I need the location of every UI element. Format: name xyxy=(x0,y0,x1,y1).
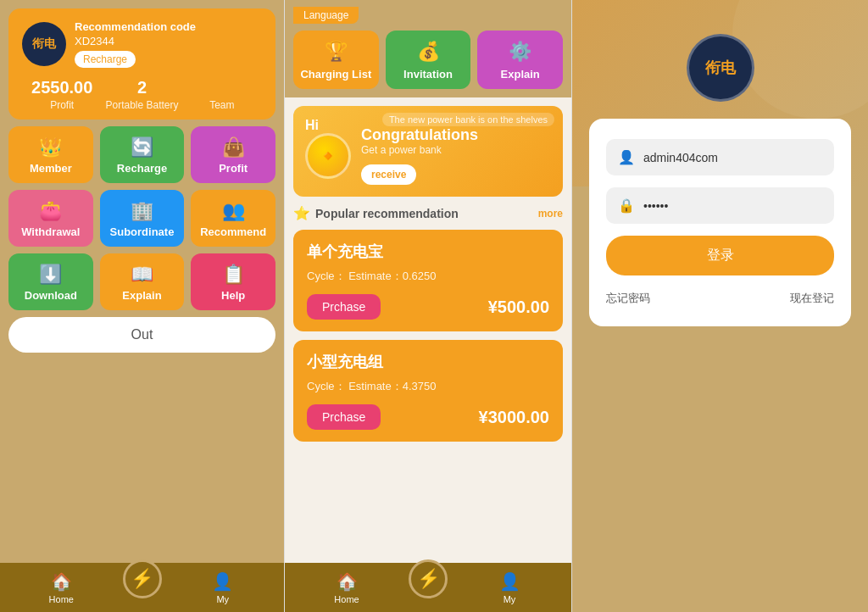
profit-button[interactable]: 👜 Profit xyxy=(191,126,275,183)
nav-home-1[interactable]: 🏠 Home xyxy=(0,563,123,612)
nav-home-2[interactable]: 🏠 Home xyxy=(285,563,409,612)
profile-card: 衔电 Recommendation code XD2344 Recharge 2… xyxy=(8,8,275,120)
stat-battery: 2 Portable Battery xyxy=(102,78,181,111)
crown-icon: 👑 xyxy=(39,138,62,157)
wallet-icon: 👛 xyxy=(39,202,62,220)
grid-icon: ⚙️ xyxy=(509,41,531,63)
panel-login: 衔电 👤 🔒 登录 忘记密码 现在登记 xyxy=(572,0,868,612)
home-icon: 🏠 xyxy=(51,571,72,592)
team-value xyxy=(182,78,262,97)
stat-team: Team xyxy=(182,78,262,111)
panel-home: 衔电 Recommendation code XD2344 Recharge 2… xyxy=(0,0,284,612)
purchase-button-1[interactable]: Prchase xyxy=(307,294,381,320)
recommend-button[interactable]: 👥 Recommend xyxy=(191,190,275,247)
team-label: Team xyxy=(182,99,262,111)
lock-icon: 🔒 xyxy=(618,198,635,214)
help-icon: 📋 xyxy=(222,265,245,284)
battery-label: Portable Battery xyxy=(102,99,181,111)
product-cycle-2: Cycle： Estimate：4.3750 xyxy=(307,379,549,394)
username-input[interactable] xyxy=(643,151,822,164)
promo-card: Hi The new power bank is on the shelves … xyxy=(293,106,563,197)
p2-content: Hi The new power bank is on the shelves … xyxy=(285,97,571,563)
user-icon: 👤 xyxy=(618,149,635,165)
battery-value: 2 xyxy=(102,78,181,97)
lightning-fab-1[interactable]: ⚡ xyxy=(123,559,162,598)
bag-icon: 👜 xyxy=(222,138,245,157)
invitation-button[interactable]: 💰 Invitation xyxy=(386,31,471,89)
member-button[interactable]: 👑 Member xyxy=(8,126,93,183)
product-footer-2: Prchase ¥3000.00 xyxy=(307,404,549,430)
help-button[interactable]: 📋 Help xyxy=(191,253,275,310)
lightning-icon-1: ⚡ xyxy=(131,568,153,590)
book-icon: 📖 xyxy=(131,265,153,284)
password-field-container: 🔒 xyxy=(606,187,834,224)
stat-profit: 2550.00 Profit xyxy=(22,78,102,111)
product-footer-1: Prchase ¥500.00 xyxy=(307,294,549,320)
person-icon-2: 👤 xyxy=(499,571,520,592)
popular-rec: ⭐ Popular recommendation more xyxy=(293,205,563,221)
product-cycle-1: Cycle： Estimate：0.6250 xyxy=(307,269,549,284)
product-title-1: 单个充电宝 xyxy=(307,242,549,262)
org-icon: 🏢 xyxy=(131,202,153,220)
promo-subtitle: Get a power bank xyxy=(361,144,551,156)
charging-list-button[interactable]: 🏆 Charging List xyxy=(293,31,379,89)
promo-hint: The new power bank is on the shelves xyxy=(382,113,554,126)
star-icon: ⭐ xyxy=(293,205,310,221)
purchase-button-2[interactable]: Prchase xyxy=(307,404,381,430)
forgot-password-link[interactable]: 忘记密码 xyxy=(606,291,650,306)
p3-content: 衔电 👤 🔒 登录 忘记密码 现在登记 xyxy=(572,0,868,343)
bottom-nav-1: 🏠 Home 👤 My ⚡ xyxy=(0,563,284,612)
recharge-button[interactable]: 🔄 Recharge xyxy=(100,126,185,183)
lightning-fab-2[interactable]: ⚡ xyxy=(409,559,448,598)
out-button[interactable]: Out xyxy=(8,317,275,353)
home-icon-2: 🏠 xyxy=(337,571,358,592)
register-link[interactable]: 现在登记 xyxy=(790,291,834,306)
p3-avatar: 衔电 xyxy=(687,34,754,102)
rec-label: Recommendation code xyxy=(75,20,262,33)
profit-value: 2550.00 xyxy=(22,78,102,97)
product-card-2: 小型充电组 Cycle： Estimate：4.3750 Prchase ¥30… xyxy=(293,340,563,442)
trophy-icon: 🏆 xyxy=(325,41,348,63)
panel-main: Language 🏆 Charging List 💰 Invitation ⚙️… xyxy=(284,0,572,612)
promo-title: Congratulations xyxy=(361,126,551,144)
username-field-container: 👤 xyxy=(606,139,834,175)
product-card-1: 单个充电宝 Cycle： Estimate：0.6250 Prchase ¥50… xyxy=(293,230,563,331)
login-button[interactable]: 登录 xyxy=(606,236,834,275)
hi-label: Hi xyxy=(305,118,319,133)
profit-label: Profit xyxy=(22,99,102,111)
explain-p2-button[interactable]: ⚙️ Explain xyxy=(477,31,563,89)
password-input[interactable] xyxy=(643,199,822,213)
profile-info: Recommendation code XD2344 Recharge xyxy=(75,20,262,68)
download-button[interactable]: ⬇️ Download xyxy=(8,253,93,310)
more-link[interactable]: more xyxy=(538,208,563,220)
download-icon: ⬇️ xyxy=(39,265,62,284)
money-icon: 💰 xyxy=(417,41,440,63)
avatar: 衔电 xyxy=(22,22,66,66)
nav-my-1[interactable]: 👤 My xyxy=(162,563,285,612)
language-tag[interactable]: Language xyxy=(293,7,359,24)
login-links: 忘记密码 现在登记 xyxy=(606,291,834,306)
p2-top: Language 🏆 Charging List 💰 Invitation ⚙️… xyxy=(285,0,571,97)
product-title-2: 小型充电组 xyxy=(307,352,549,372)
promo-text: Congratulations Get a power bank receive xyxy=(361,126,551,185)
quick-actions: 🏆 Charging List 💰 Invitation ⚙️ Explain xyxy=(293,31,563,89)
refresh-icon: 🔄 xyxy=(131,138,153,157)
explain-button[interactable]: 📖 Explain xyxy=(100,253,185,310)
login-form: 👤 🔒 登录 忘记密码 现在登记 xyxy=(589,119,851,326)
bottom-nav-2: 🏠 Home 👤 My ⚡ xyxy=(285,563,571,612)
receive-button[interactable]: receive xyxy=(361,164,416,185)
action-grid: 👑 Member 🔄 Recharge 👜 Profit 👛 Withdrawa… xyxy=(8,126,275,310)
product-price-1: ¥500.00 xyxy=(488,298,549,317)
coin-icon: 🔸 xyxy=(305,133,351,179)
product-price-2: ¥3000.00 xyxy=(479,408,549,427)
withdrawal-button[interactable]: 👛 Withdrawal xyxy=(8,190,93,247)
lightning-icon-2: ⚡ xyxy=(417,568,440,590)
people-icon: 👥 xyxy=(222,202,245,220)
recharge-top-button[interactable]: Recharge xyxy=(75,51,136,68)
person-icon: 👤 xyxy=(212,571,233,592)
nav-my-2[interactable]: 👤 My xyxy=(448,563,571,612)
rec-code: XD2344 xyxy=(75,35,262,47)
subordinate-button[interactable]: 🏢 Subordinate xyxy=(100,190,185,247)
